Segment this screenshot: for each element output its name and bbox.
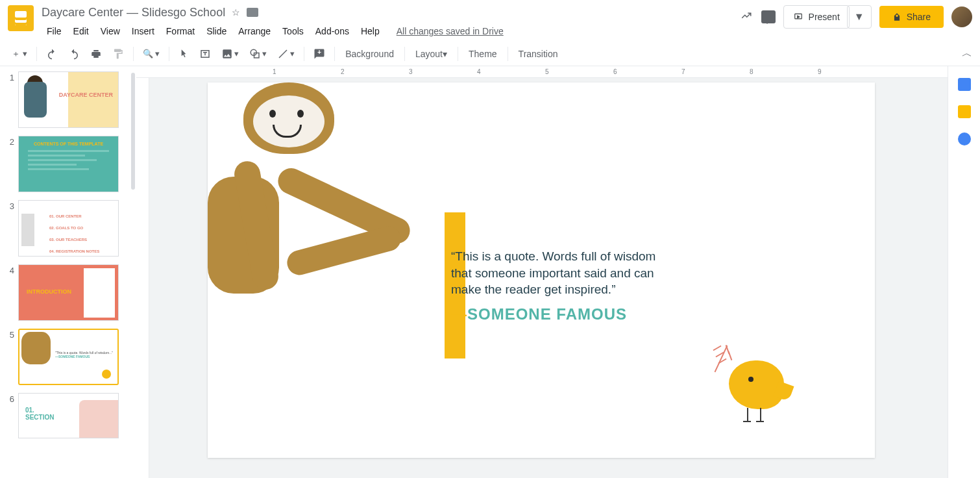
- share-button[interactable]: Share: [879, 6, 944, 28]
- svg-line-7: [279, 50, 287, 58]
- slide-number: 6: [5, 393, 18, 438]
- quote-text[interactable]: “This is a quote. Words full of wisdom t…: [451, 248, 665, 298]
- paint-format-button[interactable]: [108, 45, 128, 62]
- slide-thumb-5[interactable]: "This is a quote. Words full of wisdom..…: [18, 329, 119, 385]
- undo-button[interactable]: [42, 45, 62, 62]
- vertical-ruler: [136, 78, 149, 478]
- zoom-button[interactable]: 🔍 ▾: [139, 46, 164, 61]
- slide-number: 3: [5, 200, 18, 257]
- canvas-area[interactable]: 1 2 3 4 5 6 7 8 9 “This is a quote. Wo: [136, 66, 948, 478]
- print-button[interactable]: [86, 45, 106, 62]
- slide-canvas[interactable]: “This is a quote. Words full of wisdom t…: [208, 82, 875, 458]
- quote-author[interactable]: —SOMEONE FAMOUS: [451, 305, 627, 323]
- keep-icon[interactable]: [958, 105, 971, 118]
- redo-button[interactable]: [64, 45, 84, 62]
- share-label: Share: [907, 12, 931, 22]
- slide-thumb-6[interactable]: 01.SECTION: [18, 393, 119, 438]
- activity-icon[interactable]: [739, 10, 753, 24]
- menu-tools[interactable]: Tools: [277, 23, 309, 39]
- svg-marker-1: [797, 16, 799, 18]
- slide-number: 2: [5, 136, 18, 192]
- present-button[interactable]: Present: [783, 5, 850, 29]
- layout-button[interactable]: Layout▾: [410, 46, 452, 62]
- tasks-icon[interactable]: [958, 132, 971, 145]
- slide-thumb-3[interactable]: 01. OUR CENTER02. GOALS TO GO 03. OUR TE…: [18, 200, 119, 257]
- slide-panel[interactable]: 1 DAYCARE CENTER 2 CONTENTS OF THIS TEMP…: [0, 66, 136, 478]
- image-tool[interactable]: ▾: [217, 45, 243, 62]
- menu-slide[interactable]: Slide: [201, 23, 232, 39]
- theme-button[interactable]: Theme: [463, 46, 502, 62]
- collapse-toolbar-icon[interactable]: ︿: [962, 47, 972, 60]
- user-avatar[interactable]: [951, 6, 972, 27]
- present-label: Present: [809, 12, 840, 22]
- menu-view[interactable]: View: [95, 23, 125, 39]
- calendar-icon[interactable]: [958, 78, 971, 91]
- svg-text:+: +: [317, 48, 321, 56]
- menu-arrange[interactable]: Arrange: [233, 23, 276, 39]
- select-tool[interactable]: [175, 46, 193, 62]
- document-title[interactable]: Daycare Center — Slidesgo School: [42, 6, 225, 19]
- comments-icon[interactable]: [761, 10, 776, 23]
- present-dropdown[interactable]: ▼: [847, 5, 872, 29]
- slide-number: 5: [5, 329, 18, 385]
- slide-number: 4: [5, 264, 18, 321]
- menu-addons[interactable]: Add-ons: [310, 23, 354, 39]
- shape-tool[interactable]: ▾: [245, 45, 271, 62]
- menu-help[interactable]: Help: [356, 23, 385, 39]
- chick-graphic[interactable]: [716, 344, 787, 422]
- slide-thumb-4[interactable]: INTRODUCTION: [18, 264, 119, 321]
- menu-insert[interactable]: Insert: [127, 23, 160, 39]
- transition-button[interactable]: Transition: [513, 46, 563, 62]
- slide-number: 1: [5, 71, 18, 128]
- menu-edit[interactable]: Edit: [68, 23, 94, 39]
- comment-tool[interactable]: +: [310, 45, 329, 62]
- background-button[interactable]: Background: [340, 46, 399, 62]
- menu-file[interactable]: File: [42, 23, 67, 39]
- new-slide-button[interactable]: ＋ ▾: [8, 45, 31, 62]
- slide-thumb-2[interactable]: CONTENTS OF THIS TEMPLATE: [18, 136, 119, 192]
- monkey-image[interactable]: [208, 76, 428, 336]
- star-icon[interactable]: ☆: [232, 7, 240, 18]
- slide-thumb-1[interactable]: DAYCARE CENTER: [18, 71, 119, 128]
- line-tool[interactable]: ▾: [273, 45, 299, 62]
- slides-logo-icon[interactable]: [8, 5, 34, 31]
- side-panel: [948, 66, 980, 478]
- folder-icon[interactable]: [247, 8, 258, 17]
- textbox-tool[interactable]: [195, 45, 215, 62]
- scrollbar[interactable]: [131, 73, 135, 190]
- save-status[interactable]: All changes saved in Drive: [397, 26, 504, 36]
- menu-format[interactable]: Format: [161, 23, 200, 39]
